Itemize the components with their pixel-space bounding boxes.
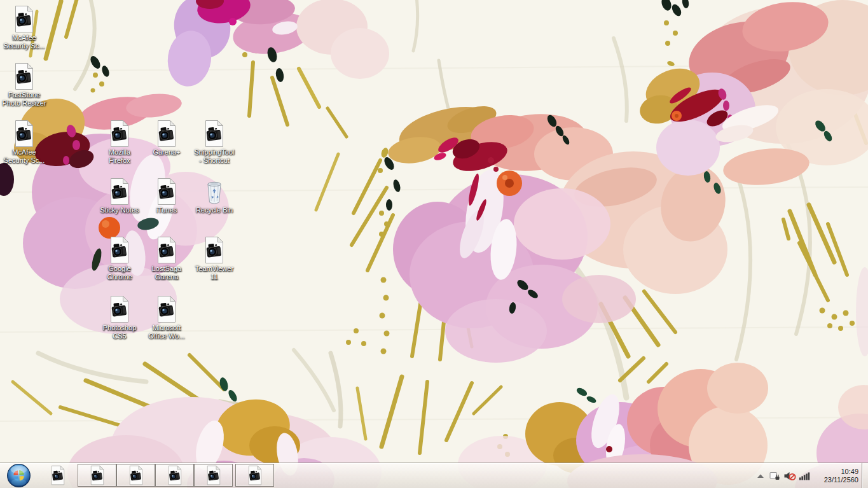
camera-document-icon — [205, 465, 222, 485]
show-desktop-button[interactable] — [862, 463, 868, 488]
system-tray: 10:49 23/11/2560 — [753, 463, 868, 488]
volume-muted-icon — [783, 471, 796, 481]
taskbar-item-4[interactable] — [155, 464, 194, 487]
desktop-icon-label: Microsoft Office Wo... — [148, 324, 184, 340]
desktop-icon-label: iTunes — [156, 206, 177, 214]
desktop-icons-layer: McAfee Security Sc... FastStone Photo Re… — [0, 0, 868, 488]
taskbar-item-5[interactable] — [194, 464, 233, 487]
desktop-icon-sticky-notes[interactable]: Sticky Notes — [95, 178, 144, 214]
camera-document-icon — [108, 295, 131, 323]
recycle-bin-icon — [203, 178, 226, 206]
desktop-icon-garena-plus[interactable]: Garena+ — [142, 120, 191, 157]
camera-document-icon — [89, 465, 106, 485]
safely-remove-hardware-icon — [769, 471, 780, 481]
network-signal-icon — [799, 471, 810, 480]
desktop-icon-label: LostSaga Garena — [152, 265, 181, 281]
show-hidden-icons-button[interactable] — [753, 463, 768, 488]
desktop-icon-microsoft-office-word[interactable]: Microsoft Office Wo... — [142, 295, 191, 340]
camera-document-icon — [155, 120, 178, 148]
desktop-icon-itunes[interactable]: iTunes — [142, 178, 191, 214]
camera-document-icon — [155, 178, 178, 206]
taskbar-item-3[interactable] — [116, 464, 155, 487]
desktop-icon-label: SnippingTool - Shortcut — [195, 148, 235, 165]
camera-document-icon — [13, 5, 36, 33]
camera-document-icon — [13, 62, 36, 90]
camera-document-icon — [247, 465, 263, 485]
desktop-icon-label: Google Chrome — [107, 265, 132, 281]
tray-clock[interactable]: 10:49 23/11/2560 — [811, 468, 862, 484]
desktop-icon-label: Mozilla Firefox — [109, 148, 130, 165]
desktop-icon-label: McAfee Security Sc... — [4, 34, 45, 50]
desktop-icon-recycle-bin[interactable]: Recycle Bin — [190, 178, 238, 214]
desktop-icon-label: Photoshop CS5 — [103, 324, 137, 340]
desktop-icon-label: TeamViewer 11 — [195, 265, 233, 281]
start-button[interactable] — [6, 463, 31, 488]
camera-document-icon — [108, 178, 131, 206]
desktop-icon-mozilla-firefox[interactable]: Mozilla Firefox — [95, 120, 144, 165]
desktop-icon-mcafee-security-scan-2[interactable]: McAfee Security Sc... — [0, 120, 48, 165]
chevron-up-icon — [756, 473, 765, 479]
taskbar-item-6[interactable] — [235, 464, 274, 487]
desktop-icon-mcafee-security-scan-1[interactable]: McAfee Security Sc... — [0, 5, 48, 50]
desktop-icon-label: Sticky Notes — [100, 206, 139, 214]
camera-document-icon — [155, 295, 178, 323]
desktop-icon-teamviewer-11[interactable]: TeamViewer 11 — [190, 236, 238, 281]
safely-remove-hardware-button[interactable] — [768, 463, 782, 488]
desktop-icon-label: Recycle Bin — [196, 206, 233, 214]
camera-document-icon — [128, 465, 144, 485]
camera-document-icon — [203, 236, 226, 264]
desktop-icon-label: McAfee Security Sc... — [4, 148, 45, 165]
desktop-icon-lostsaga-garena[interactable]: LostSaga Garena — [142, 236, 191, 281]
desktop-icon-snippingtool-shortcut[interactable]: SnippingTool - Shortcut — [190, 120, 238, 165]
camera-document-icon — [50, 465, 66, 485]
camera-document-icon — [13, 120, 36, 148]
camera-document-icon — [108, 236, 131, 264]
taskbar-item-1[interactable] — [46, 464, 70, 487]
desktop-icon-label: FastStone Photo Resizer — [2, 91, 46, 108]
desktop-icon-photoshop-cs5[interactable]: Photoshop CS5 — [95, 295, 144, 340]
taskbar-item-2[interactable] — [78, 464, 116, 487]
desktop-icon-google-chrome[interactable]: Google Chrome — [95, 236, 144, 281]
camera-document-icon — [155, 236, 178, 264]
taskbar: 10:49 23/11/2560 — [0, 463, 868, 488]
desktop-icon-faststone-photo-resizer[interactable]: FastStone Photo Resizer — [0, 62, 48, 108]
camera-document-icon — [167, 465, 183, 485]
volume-button[interactable] — [782, 463, 797, 488]
tray-clock-date: 23/11/2560 — [814, 476, 858, 484]
camera-document-icon — [108, 120, 131, 148]
desktop-icon-label: Garena+ — [153, 148, 180, 157]
tray-clock-time: 10:49 — [814, 468, 858, 476]
network-button[interactable] — [797, 463, 811, 488]
camera-document-icon — [203, 120, 226, 148]
